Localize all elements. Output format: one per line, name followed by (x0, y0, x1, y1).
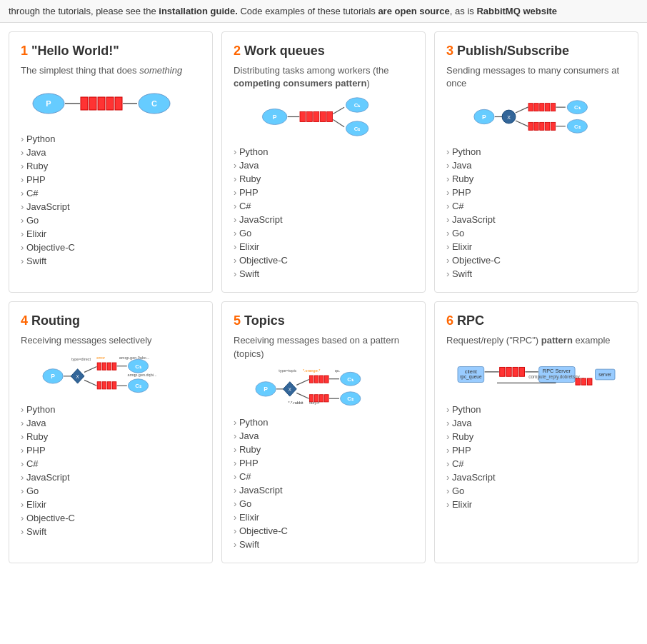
svg-rect-106 (519, 367, 524, 376)
list-item[interactable]: Swift (446, 267, 626, 281)
list-item[interactable]: PHP (446, 186, 626, 199)
list-item[interactable]: Objective-C (21, 241, 201, 254)
list-item[interactable]: Go (446, 226, 626, 240)
list-item[interactable]: Ruby (446, 172, 626, 186)
card-1-title: 1 "Hello World!" (21, 44, 201, 59)
svg-rect-65 (112, 381, 116, 388)
svg-rect-58 (97, 363, 101, 370)
card-1-diagram: P C (21, 84, 201, 124)
list-item[interactable]: Objective-C (234, 524, 413, 538)
top-bar: through the tutorials, please see the in… (0, 0, 647, 23)
list-item[interactable]: PHP (21, 173, 201, 186)
svg-rect-6 (106, 97, 114, 110)
list-item[interactable]: Ruby (446, 430, 626, 443)
list-item[interactable]: Ruby (234, 443, 413, 456)
card-5-langs: Python Java Ruby PHP C# JavaScript Go El… (234, 416, 413, 551)
list-item[interactable]: JavaScript (21, 471, 201, 484)
list-item[interactable]: PHP (234, 186, 413, 199)
svg-line-81 (296, 379, 309, 385)
list-item[interactable]: C# (446, 457, 626, 471)
list-item[interactable]: Java (21, 146, 201, 159)
list-item[interactable]: Python (234, 145, 413, 159)
card-6-desc: Request/reply ("RPC") pattern example (446, 334, 626, 347)
list-item[interactable]: Swift (21, 525, 201, 538)
list-item[interactable]: Go (234, 497, 413, 510)
list-item[interactable]: Python (446, 403, 626, 416)
svg-rect-17 (320, 112, 326, 122)
list-item[interactable]: JavaScript (446, 213, 626, 226)
list-item[interactable]: Ruby (21, 159, 201, 173)
list-item[interactable]: PHP (21, 443, 201, 457)
svg-line-31 (516, 121, 528, 126)
svg-rect-61 (112, 363, 116, 370)
list-item[interactable]: JavaScript (21, 200, 201, 213)
svg-text:C₂: C₂ (347, 396, 354, 402)
svg-rect-5 (98, 97, 105, 110)
svg-rect-103 (500, 367, 505, 376)
list-item[interactable]: C# (446, 199, 626, 213)
svg-rect-35 (546, 104, 550, 111)
list-item[interactable]: Objective-C (234, 253, 413, 267)
list-item[interactable]: Go (446, 484, 626, 498)
list-item[interactable]: Java (446, 159, 626, 172)
card-4-diagram: type=direct error amqp.gen.0abc... P X (21, 355, 201, 394)
svg-line-20 (333, 120, 344, 127)
list-item[interactable]: Java (446, 416, 626, 430)
svg-text:P: P (51, 373, 55, 380)
card-3-diagram: P X (446, 97, 626, 136)
list-item[interactable]: C# (234, 199, 413, 213)
svg-rect-64 (107, 381, 111, 388)
list-item[interactable]: JavaScript (234, 483, 413, 497)
card-4-desc: Receiving messages selectively (21, 334, 201, 347)
list-item[interactable]: Elixir (446, 498, 626, 511)
list-item[interactable]: JavaScript (234, 213, 413, 226)
svg-rect-32 (528, 104, 533, 111)
svg-text:type=direct: type=direct (71, 356, 91, 361)
list-item[interactable]: Python (234, 416, 413, 429)
list-item[interactable]: Objective-C (21, 511, 201, 525)
list-item[interactable]: PHP (446, 443, 626, 457)
svg-text:C: C (151, 99, 157, 108)
list-item[interactable]: Java (234, 429, 413, 443)
list-item[interactable]: Java (21, 416, 201, 430)
card-hello-world: 1 "Hello World!" The simplest thing that… (9, 31, 213, 293)
list-item[interactable]: Objective-C (446, 253, 626, 267)
card-1-langs: Python Java Ruby PHP C# JavaScript Go El… (21, 132, 201, 268)
svg-rect-37 (528, 123, 533, 131)
list-item[interactable]: Go (21, 484, 201, 498)
svg-text:C₂: C₂ (574, 124, 581, 130)
card-4-num: 4 (21, 313, 28, 328)
list-item[interactable]: C# (234, 470, 413, 483)
list-item[interactable]: PHP (234, 456, 413, 470)
list-item[interactable]: Elixir (234, 510, 413, 524)
list-item[interactable]: Ruby (21, 430, 201, 443)
list-item[interactable]: Go (21, 213, 201, 227)
list-item[interactable]: Python (446, 145, 626, 159)
svg-text:*.*.rabbit: *.*.rabbit (289, 401, 304, 405)
list-item[interactable]: Ruby (234, 172, 413, 186)
list-item[interactable]: Elixir (21, 498, 201, 511)
list-item[interactable]: Python (21, 132, 201, 146)
svg-text:P: P (46, 99, 51, 108)
svg-rect-3 (81, 97, 88, 110)
list-item[interactable]: Elixir (446, 240, 626, 253)
svg-rect-40 (546, 123, 550, 131)
list-item[interactable]: Swift (234, 538, 413, 551)
svg-rect-7 (115, 97, 122, 110)
list-item[interactable]: Go (234, 226, 413, 240)
svg-line-56 (84, 366, 96, 372)
list-item[interactable]: Python (21, 403, 201, 416)
list-item[interactable]: Elixir (21, 227, 201, 241)
list-item[interactable]: C# (21, 186, 201, 200)
svg-rect-60 (107, 363, 111, 370)
list-item[interactable]: JavaScript (446, 471, 626, 484)
list-item[interactable]: Swift (21, 254, 201, 268)
list-item[interactable]: Java (234, 159, 413, 172)
svg-rect-90 (325, 394, 329, 401)
list-item[interactable]: Swift (234, 267, 413, 281)
card-5-num: 5 (234, 313, 241, 328)
list-item[interactable]: Elixir (234, 240, 413, 253)
card-pubsub: 3 Publish/Subscribe Sending messages to … (434, 31, 638, 293)
list-item[interactable]: C# (21, 457, 201, 471)
svg-text:C₁: C₁ (347, 376, 354, 383)
